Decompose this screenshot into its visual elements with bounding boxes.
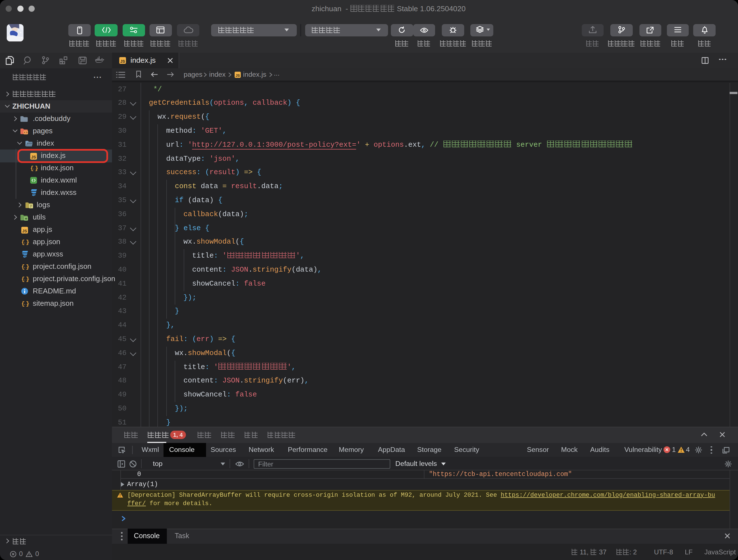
svg-text:JS: JS [120, 59, 125, 63]
svg-text:JS: JS [235, 73, 240, 77]
